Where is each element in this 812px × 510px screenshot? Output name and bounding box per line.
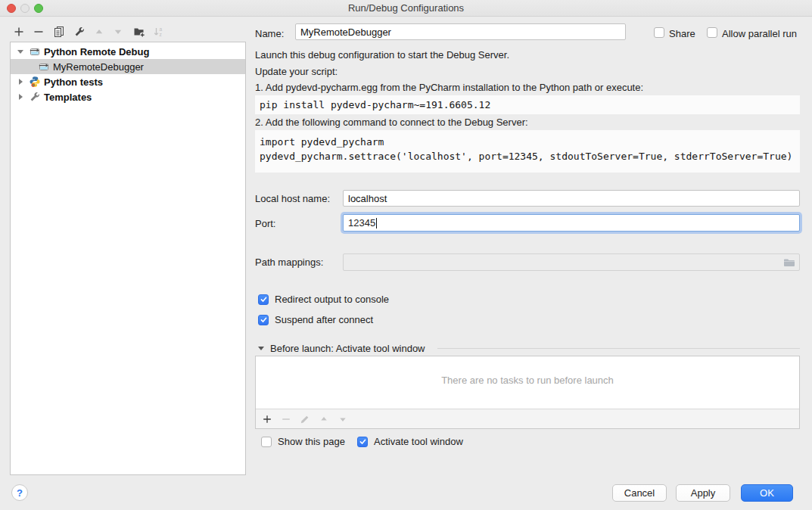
tree-item-label: Templates — [44, 92, 92, 103]
arrow-up-icon — [93, 26, 105, 38]
check-icon — [260, 316, 268, 324]
pip-install-code: pip install pydevd-pycharm~=191.6605.12 — [255, 95, 800, 114]
move-task-up-icon — [319, 414, 329, 424]
tree-item-python-remote-debug[interactable]: Python Remote Debug — [11, 44, 245, 59]
text-caret — [376, 218, 377, 229]
add-configuration-button[interactable] — [12, 25, 25, 38]
port-input[interactable]: 12345 — [343, 214, 800, 232]
create-folder-button[interactable] — [132, 25, 145, 38]
plus-icon — [13, 26, 25, 38]
wrench-icon — [73, 26, 86, 38]
redirect-output-label: Redirect output to console — [275, 294, 389, 305]
remove-task-icon — [281, 414, 291, 424]
before-launch-header: Before launch: Activate tool window — [270, 343, 425, 354]
arrow-down-icon — [112, 26, 124, 38]
sort-configurations-button: a z — [152, 25, 165, 38]
move-task-down-icon — [338, 414, 348, 424]
intro-line-1: Launch this debug configuration to start… — [255, 49, 509, 61]
step-1-text: 1. Add pydevd-pycharm.egg from the PyCha… — [255, 82, 643, 93]
folder-icon — [783, 257, 795, 269]
ok-button[interactable]: OK — [741, 484, 793, 502]
settrace-code: import pydevd_pycharm pydevd_pycharm.set… — [255, 130, 800, 173]
copy-icon — [53, 26, 65, 38]
header-rule — [437, 348, 800, 349]
tree-item-python-tests[interactable]: Python tests — [11, 74, 245, 89]
local-host-name-label: Local host name: — [255, 193, 330, 204]
remote-debug-icon — [29, 45, 41, 58]
help-button[interactable]: ? — [11, 484, 28, 501]
path-mappings-label: Path mappings: — [255, 257, 323, 268]
path-mappings-input[interactable] — [343, 253, 800, 271]
port-label: Port: — [255, 218, 275, 229]
suspend-after-connect-checkbox[interactable] — [258, 315, 269, 325]
allow-parallel-run-checkbox[interactable] — [707, 27, 717, 38]
suspend-after-connect-label: Suspend after connect — [275, 314, 373, 325]
remote-debug-icon — [38, 61, 50, 73]
allow-parallel-run-label: Allow parallel run — [722, 28, 797, 39]
share-label: Share — [669, 28, 695, 39]
chevron-right-icon[interactable] — [15, 79, 26, 85]
activate-tool-window-checkbox[interactable] — [357, 437, 368, 447]
share-checkbox[interactable] — [654, 27, 664, 38]
add-task-icon[interactable] — [262, 414, 272, 424]
show-this-page-label: Show this page — [278, 436, 345, 447]
sort-az-icon: a z — [153, 26, 165, 38]
tree-item-label: Python Remote Debug — [44, 46, 149, 58]
name-label: Name: — [255, 28, 284, 39]
remove-configuration-button[interactable] — [32, 25, 45, 38]
intro-line-2: Update your script: — [255, 66, 338, 77]
configurations-tree-panel: Python Remote Debug MyRemoteDebugger Pyt… — [10, 42, 246, 475]
folder-plus-icon — [133, 26, 145, 38]
check-icon — [359, 437, 367, 446]
before-launch-task-list[interactable]: There are no tasks to run before launch — [255, 356, 800, 429]
browse-path-mappings-button[interactable] — [783, 257, 795, 269]
edit-task-pencil-icon — [300, 414, 310, 424]
edit-templates-button[interactable] — [73, 25, 86, 38]
tree-item-label: Python tests — [44, 76, 103, 88]
apply-button[interactable]: Apply — [676, 484, 730, 502]
minus-icon — [33, 26, 45, 38]
tree-item-templates[interactable]: Templates — [11, 89, 245, 104]
svg-text:z: z — [159, 31, 161, 36]
move-up-button — [92, 25, 105, 38]
move-down-button — [111, 25, 124, 38]
python-tests-icon — [29, 76, 41, 88]
question-mark-icon: ? — [17, 487, 23, 499]
code-line-1: import pydevd_pycharm — [260, 136, 384, 148]
name-input[interactable] — [295, 23, 626, 40]
tree-item-myremotedebugger[interactable]: MyRemoteDebugger — [11, 59, 245, 74]
check-icon — [260, 295, 268, 303]
chevron-down-icon[interactable] — [15, 50, 26, 54]
empty-task-text: There are no tasks to run before launch — [256, 375, 799, 386]
show-this-page-checkbox[interactable] — [261, 437, 272, 447]
copy-configuration-button[interactable] — [52, 25, 65, 38]
collapse-triangle-icon[interactable] — [258, 347, 264, 350]
step-2-text: 2. Add the following command to connect … — [255, 117, 528, 128]
templates-wrench-icon — [29, 91, 41, 103]
task-list-toolbar — [256, 409, 799, 428]
code-line-2: pydevd_pycharm.settrace('localhost', por… — [260, 151, 792, 162]
tree-item-label: MyRemoteDebugger — [53, 61, 144, 73]
local-host-name-input[interactable] — [343, 190, 800, 207]
port-value: 12345 — [348, 215, 375, 231]
activate-tool-window-label: Activate tool window — [374, 436, 463, 447]
redirect-output-checkbox[interactable] — [258, 294, 269, 305]
chevron-right-icon[interactable] — [15, 94, 26, 100]
cancel-button[interactable]: Cancel — [612, 484, 667, 502]
